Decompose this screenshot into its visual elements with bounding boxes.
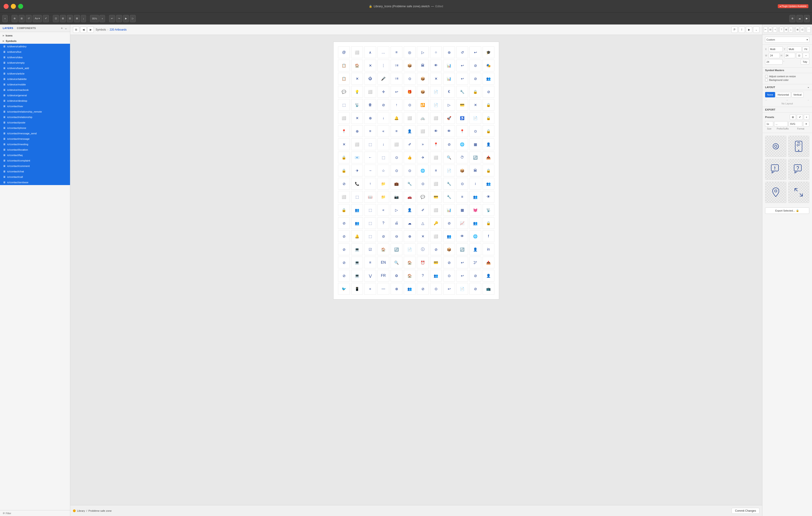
icon-cell[interactable]: 💼 [390,178,402,190]
layer-item[interactable]: 🖥 ic/divers/bank_add [0,65,70,71]
icon-cell[interactable]: ≡ [390,47,402,58]
icon-cell[interactable]: 📡 [351,99,363,111]
icon-cell[interactable]: ✕ [338,139,350,150]
align-center-h-btn[interactable]: ⊟ [768,27,772,33]
icon-cell[interactable]: ↩ [456,73,468,85]
icon-cell[interactable]: 🏠 [377,243,389,255]
icon-cell[interactable]: 👥 [443,231,455,242]
align-left[interactable]: ⊡ [53,15,59,22]
icon-cell[interactable]: 📄 [430,99,442,111]
icon-cell[interactable]: in [483,243,494,255]
layer-item[interactable]: 🖥 ic/divers/idea [0,55,70,60]
icon-cell[interactable]: ▷ [417,47,429,58]
icon-cell[interactable]: ⬜ [390,139,402,150]
icon-cell[interactable]: ✕ [364,60,376,71]
icon-cell[interactable]: ⊘ [338,256,350,268]
icon-cell[interactable]: 📦 [404,60,415,71]
icon-cell[interactable]: ⊕ [404,231,415,242]
icon-cell[interactable]: 🔒 [469,86,481,98]
lock-ratio-btn[interactable]: ⊡ [796,53,802,58]
icon-cell[interactable]: ▦ [469,139,481,150]
icon-cell[interactable]: 💻 [351,256,363,268]
icon-cell[interactable]: ↑ [364,178,376,190]
icon-cell[interactable]: 📁 [377,191,389,203]
icon-cell[interactable]: ⏻ [364,73,376,85]
distribute[interactable]: ⊠ [74,15,80,22]
icon-cell[interactable]: ⬚ [364,204,376,216]
icon-cell[interactable]: ⊙ [404,165,415,177]
layers-toggle[interactable]: ⊕ [11,15,18,22]
icon-cell[interactable]: FR [377,270,389,281]
nav-forward-btn[interactable]: ▶ [87,27,94,33]
icon-cell[interactable]: ↑≡ [390,73,402,85]
icon-cell[interactable]: 👥 [469,191,481,203]
icon-cell[interactable]: ⊖ [390,231,402,242]
icon-cell[interactable]: 👁 [443,125,455,137]
share-btn[interactable]: ⊗ [789,15,795,22]
icon-cell[interactable]: ✕ [430,73,442,85]
icon-cell[interactable]: 👤 [483,270,494,281]
icon-cell[interactable]: ⊘ [338,270,350,281]
icon-cell[interactable]: ≡ [364,256,376,268]
icon-cell[interactable]: ⊙ [390,165,402,177]
icon-cell[interactable]: 🚲 [417,112,429,124]
flip-btn[interactable]: ↔ [803,53,809,58]
icon-cell[interactable]: — [377,283,389,295]
icon-cell[interactable]: 📄 [430,86,442,98]
layer-item[interactable]: 🖥 ic/divers/empty [0,60,70,65]
align-right-btn[interactable]: ⊣ [773,27,777,33]
icon-cell[interactable]: 🏛 [417,60,429,71]
plugin-updates-badge[interactable]: ● Plugin Updates Available [778,4,808,8]
icon-cell[interactable]: ⓘ [417,243,429,255]
icon-cell[interactable]: … [377,47,389,58]
layer-item[interactable]: 🖥 ic/contact/sav [0,103,70,109]
icon-cell[interactable]: 📋 [338,60,350,71]
icon-cell[interactable]: 🔒 [483,112,494,124]
icon-cell[interactable]: 💬 [417,191,429,203]
icon-cell[interactable]: ? [377,217,389,229]
icon-cell[interactable]: ⚙ [390,270,402,281]
icon-cell[interactable]: ⬚ [338,99,350,111]
icon-cell[interactable]: ↺ [456,47,468,58]
layer-item[interactable]: 🖥 ic/device/desktop [0,98,70,103]
icon-cell[interactable]: ⬜ [404,112,415,124]
layout-none-btn[interactable]: None [765,92,775,97]
icon-cell[interactable]: 🚗 [404,191,415,203]
play-preview[interactable]: ▷ [130,15,136,22]
icon-cell[interactable]: ↕ [469,178,481,190]
layer-item[interactable]: 🖥 ic/device/mobile [0,82,70,87]
scale-dropdown[interactable]: ... [774,121,788,127]
layer-item[interactable]: 🖥 ic/device/tablette [0,76,70,82]
icon-cell[interactable]: 🔍 [443,152,455,163]
icon-cell[interactable]: 📄 [443,165,455,177]
icon-cell[interactable]: ⊘ [469,283,481,295]
more-btn[interactable]: ⋯ [807,27,811,33]
icon-cell[interactable]: ○ [430,47,442,58]
icon-cell[interactable]: 🎓 [483,47,494,58]
icon-cell[interactable]: 🔔 [390,112,402,124]
vector-btn[interactable]: ✐ [43,15,49,22]
align-top-btn[interactable]: ⊤ [780,27,783,33]
icon-cell[interactable]: ⊙ [469,125,481,137]
icon-cell[interactable]: ⬚ [377,152,389,163]
preset-add-btn[interactable]: + [804,114,809,120]
icon-cell[interactable]: 👥 [483,178,494,190]
cloud-btn[interactable]: ☁ [796,15,803,22]
icon-cell[interactable]: 🔒 [338,152,350,163]
align-center[interactable]: ⊞ [60,15,66,22]
icon-cell[interactable]: ⋁ [364,270,376,281]
export-selected-button[interactable]: Export Selected... 🔒 [765,208,809,214]
layer-item[interactable]: 🖥 ic/contact/relationship_remote [0,109,70,114]
nav-back-btn[interactable]: ◀ [80,27,87,33]
icon-cell[interactable]: ⬜ [430,178,442,190]
icon-cell[interactable]: ↓ [377,112,389,124]
icon-cell[interactable]: EN [377,256,389,268]
text-btn[interactable]: Aa ▾ [33,15,42,22]
zoom-in[interactable]: + [99,15,105,22]
icon-cell[interactable]: ✐ [417,204,429,216]
icon-cell[interactable]: 📷 [390,191,402,203]
icon-cell[interactable]: 💳 [430,256,442,268]
icon-cell[interactable]: 📄 [469,112,481,124]
icon-cell[interactable]: ⊙ [443,270,455,281]
maximize-button[interactable] [18,4,23,9]
